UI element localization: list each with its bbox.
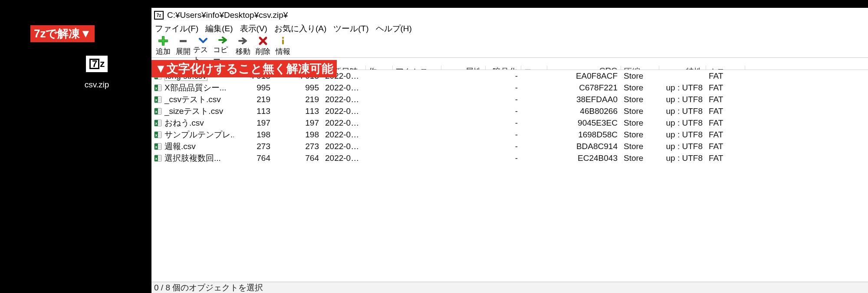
toolbar-delete-label: 削除 <box>256 47 270 57</box>
cell-crc: EA0F8ACF <box>547 71 621 81</box>
menu-tool[interactable]: ツール(T) <box>331 22 371 35</box>
csv-file-icon: X <box>154 84 162 92</box>
menu-view[interactable]: 表示(V) <box>237 22 270 35</box>
cell-host-os: FAT <box>706 106 745 117</box>
table-row[interactable]: X_sizeテスト.csv1131132022-08-...-46B80266S… <box>151 105 868 117</box>
toolbar-move-label: 移動 <box>236 47 250 57</box>
cell-method: Store <box>621 130 659 140</box>
cell-accessed <box>393 123 441 123</box>
cell-size: 219 <box>234 94 274 105</box>
table-row[interactable]: X選択肢複数回...7647642022-08-...-EC24B043Stor… <box>151 152 868 164</box>
info-icon <box>277 35 289 47</box>
col-created[interactable]: 作成... <box>366 66 393 70</box>
arrow-right-green-icon <box>217 35 229 45</box>
check-down-icon <box>197 35 209 45</box>
status-bar: 0 / 8 個のオブジェクトを選択 <box>151 282 868 293</box>
cell-created <box>366 99 393 100</box>
menu-file[interactable]: ファイル(F) <box>152 22 201 35</box>
col-accessed[interactable]: アクセス日... <box>393 66 441 70</box>
toolbar-info-button[interactable]: 情報 <box>273 35 293 57</box>
cell-accessed <box>393 158 441 159</box>
cell-comment <box>521 76 547 77</box>
table-row[interactable]: Xおねう.csv1971972022-08-...-9045E3ECStoreu… <box>151 117 868 129</box>
col-attr[interactable]: 属性 <box>441 66 486 70</box>
sevenzip-app-icon: 7z <box>154 11 164 20</box>
cell-crc: 46B80266 <box>547 106 621 117</box>
toolbar-delete-button[interactable]: 削除 <box>253 35 273 57</box>
table-row[interactable]: XX部品品質シー...9959952022-08-...-C678F221Sto… <box>151 82 868 93</box>
toolbar-move-button[interactable]: 移動 <box>233 35 253 57</box>
svg-text:X: X <box>155 122 158 126</box>
callout-extract-with-7z: 7zで解凍▼ <box>30 25 95 42</box>
svg-text:X: X <box>155 110 158 114</box>
cell-modified: 2022-08-... <box>322 118 366 128</box>
cell-crc: 1698D58C <box>547 130 621 140</box>
window-title: C:¥Users¥info¥Desktop¥csv.zip¥ <box>167 10 288 20</box>
cell-method: Store <box>621 83 659 93</box>
cell-method: Store <box>621 71 659 81</box>
cell-crc: EC24B043 <box>547 153 621 163</box>
cell-size: 273 <box>234 141 274 152</box>
cell-created <box>366 134 393 135</box>
cell-char: up : UTF8 <box>659 83 706 93</box>
table-row[interactable]: X週報.csv2732732022-08-...-BDA8C914Storeup… <box>151 140 868 152</box>
col-comment[interactable]: コメント <box>521 66 547 70</box>
svg-text:X: X <box>155 87 158 90</box>
cell-name: X選択肢複数回... <box>151 152 234 164</box>
cell-name: XX部品品質シー... <box>151 82 234 94</box>
cell-comment <box>521 146 547 147</box>
table-row[interactable]: X_csvテスト.csv2192192022-08-...-38EFDAA0St… <box>151 93 868 105</box>
cell-packed-size: 219 <box>274 94 322 105</box>
toolbar-extract-button[interactable]: 展開 <box>173 35 193 57</box>
toolbar-copy-button[interactable]: コピー <box>213 35 233 57</box>
cell-encrypted: - <box>486 141 521 152</box>
csv-file-icon: X <box>154 119 162 127</box>
cell-size: 764 <box>234 153 274 163</box>
cell-char: up : UTF8 <box>659 118 706 128</box>
cell-name: X_sizeテスト.csv <box>151 105 234 117</box>
cell-created <box>366 87 393 88</box>
cell-packed-size: 197 <box>274 118 322 128</box>
toolbar-info-label: 情報 <box>276 47 290 57</box>
plus-icon <box>158 35 169 47</box>
cell-method: Store <box>621 141 659 152</box>
menu-help[interactable]: ヘルプ(H) <box>373 22 414 35</box>
cell-created <box>366 76 393 77</box>
col-crc[interactable]: CRC <box>547 66 621 70</box>
menu-fav[interactable]: お気に入り(A) <box>272 22 329 35</box>
toolbar-test-button[interactable]: テスト <box>193 35 213 57</box>
cell-attr <box>441 158 486 159</box>
cell-attr <box>441 111 486 112</box>
col-method[interactable]: 圧縮方式 <box>621 66 659 70</box>
file-list[interactable]: Xlong str.csv4 9154 9152022-08-...-EA0F8… <box>151 70 868 282</box>
cell-char: up : UTF8 <box>659 153 706 163</box>
cell-accessed <box>393 87 441 88</box>
file-name-text: X部品品質シー... <box>164 82 227 93</box>
cell-modified: 2022-08-... <box>322 94 366 105</box>
window-titlebar[interactable]: 7z C:¥Users¥info¥Desktop¥csv.zip¥ <box>151 8 868 22</box>
cell-created <box>366 158 393 159</box>
toolbar-extract-label: 展開 <box>176 47 191 57</box>
menu-edit[interactable]: 編集(E) <box>203 22 235 35</box>
cell-encrypted: - <box>486 71 521 81</box>
col-host-os[interactable]: ホスト OS <box>706 66 745 70</box>
cell-host-os: FAT <box>706 71 745 81</box>
col-encrypted[interactable]: 暗号化 <box>486 66 521 70</box>
cell-created <box>366 111 393 112</box>
cell-char: up : UTF8 <box>659 106 706 117</box>
cell-host-os: FAT <box>706 94 745 105</box>
col-characteristics[interactable]: 特性 <box>659 66 706 70</box>
svg-point-1 <box>282 37 284 39</box>
file-name-text: サンプルテンプレ... <box>164 129 234 140</box>
sevenzip-archive-icon[interactable]: 7z <box>86 56 108 72</box>
cell-attr <box>441 146 486 147</box>
archive-file-label[interactable]: csv.zip <box>76 80 117 90</box>
table-row[interactable]: Xサンプルテンプレ...1981982022-08-...-1698D58CSt… <box>151 129 868 140</box>
toolbar-add-button[interactable]: 追加 <box>153 35 173 57</box>
x-red-icon <box>257 35 269 47</box>
cell-comment <box>521 134 547 135</box>
cell-comment <box>521 99 547 100</box>
toolbar: 追加 展開 テスト コピー <box>151 35 868 58</box>
cell-method: Store <box>621 94 659 105</box>
cell-attr <box>441 99 486 100</box>
